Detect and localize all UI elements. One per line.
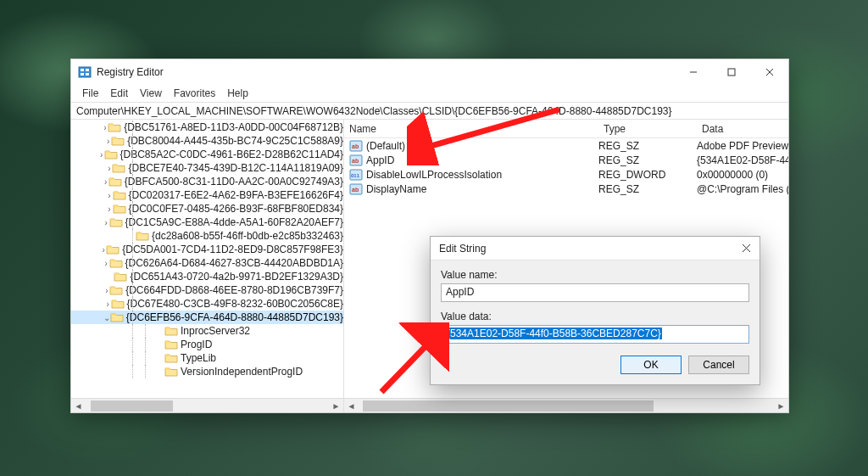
- value-data: @C:\Program Files (x: [697, 183, 788, 195]
- tree-node-label: {DC0C0FE7-0485-4266-B93F-68FBF80ED834}: [129, 203, 343, 215]
- svg-rect-1: [81, 69, 84, 71]
- address-bar[interactable]: Computer\HKEY_LOCAL_MACHINE\SOFTWARE\WOW…: [71, 102, 788, 120]
- folder-icon: [109, 284, 123, 296]
- value-name: DisplayName: [366, 183, 598, 195]
- tree-node[interactable]: ›{DBC85A2C-C0DC-4961-B6E2-D28B62C11AD4}: [71, 148, 343, 161]
- col-name[interactable]: Name: [344, 123, 598, 135]
- menubar: File Edit View Favorites Help: [71, 85, 788, 102]
- folder-icon: [108, 176, 122, 188]
- expand-icon[interactable]: ⌄: [103, 313, 110, 322]
- tree-node[interactable]: InprocServer32: [71, 324, 343, 338]
- scroll-right-icon[interactable]: ►: [329, 399, 343, 413]
- scroll-left-icon[interactable]: ◄: [71, 399, 86, 413]
- tree-pane[interactable]: ›{DBC51761-A8ED-11D3-A0DD-00C04F68712B}›…: [71, 120, 344, 412]
- tree-node[interactable]: ›{DC664FDD-D868-46EE-8780-8D196CB739F7}: [71, 283, 343, 297]
- tree-node[interactable]: ›{DBC51761-A8ED-11D3-A0DD-00C04F68712B}: [71, 120, 343, 134]
- cancel-button[interactable]: Cancel: [688, 356, 749, 374]
- tree-node[interactable]: ›{DC5DA001-7CD4-11D2-8ED9-D8C857F98FE3}: [71, 243, 343, 256]
- expand-icon[interactable]: ›: [106, 191, 112, 200]
- window-controls: [674, 59, 788, 85]
- tree-node-label: {DC5DA001-7CD4-11D2-8ED9-D8C857F98FE3}: [122, 244, 343, 255]
- tree-node-label: TypeLib: [181, 352, 216, 364]
- tree-node-label: {DC67E480-C3CB-49F8-8232-60B0C2056C8E}: [127, 298, 344, 310]
- folder-icon: [136, 230, 149, 242]
- value-name-label: Value name:: [441, 269, 749, 281]
- value-type: REG_DWORD: [598, 169, 697, 181]
- list-hscrollbar[interactable]: ◄ ►: [344, 398, 788, 412]
- tree-node[interactable]: ›{DC626A64-D684-4627-83CB-44420ABDBD1A}: [71, 256, 343, 270]
- folder-icon: [164, 352, 178, 364]
- minimize-button[interactable]: [674, 59, 712, 85]
- value-name: AppID: [366, 154, 598, 166]
- expand-icon[interactable]: ›: [106, 164, 112, 173]
- tree-node-label: {dc28a608-b55f-46ff-b0db-e2c85b332463}: [152, 230, 343, 242]
- col-type[interactable]: Type: [598, 123, 697, 135]
- tree-node[interactable]: ›{DC0C0FE7-0485-4266-B93F-68FBF80ED834}: [71, 202, 343, 216]
- tree-node[interactable]: ›{DC020317-E6E2-4A62-B9FA-B3EFE16626F4}: [71, 188, 343, 202]
- close-button[interactable]: [750, 59, 788, 85]
- tree-node-label: {DBC80044-A445-435b-BC74-9C25C1C588A9}: [127, 135, 343, 147]
- tree-node[interactable]: TypeLib: [71, 351, 343, 365]
- app-icon: [78, 65, 92, 79]
- titlebar[interactable]: Registry Editor: [71, 59, 788, 85]
- tree-node[interactable]: ⌄{DC6EFB56-9CFA-464D-8880-44885D7DC193}: [71, 311, 343, 324]
- tree-node-label: {DBFCA500-8C31-11D0-AA2C-00A0C92749A3}: [125, 176, 343, 188]
- tree-node-label: ProgID: [181, 339, 212, 350]
- menu-favorites[interactable]: Favorites: [168, 86, 221, 101]
- tree-node-label: {DC651A43-0720-4a2b-9971-BD2EF1329A3D}: [130, 271, 343, 283]
- list-row[interactable]: 011DisableLowILProcessIsolationREG_DWORD…: [344, 167, 788, 182]
- tree-node[interactable]: VersionIndependentProgID: [71, 365, 343, 378]
- svg-rect-6: [728, 69, 735, 76]
- tree-node-label: {DBC85A2C-C0DC-4961-B6E2-D28B62C11AD4}: [120, 148, 343, 160]
- expand-icon[interactable]: ›: [104, 286, 110, 295]
- tree-node[interactable]: ProgID: [71, 338, 343, 351]
- tree-node-label: VersionIndependentProgID: [181, 366, 303, 378]
- tree-hscrollbar[interactable]: ◄ ►: [71, 398, 343, 412]
- menu-file[interactable]: File: [76, 86, 104, 101]
- tree-node[interactable]: ›{DBC80044-A445-435b-BC74-9C25C1C588A9}: [71, 134, 343, 148]
- folder-icon: [112, 162, 125, 174]
- list-row[interactable]: abAppIDREG_SZ{534A1E02-D58F-44f: [344, 153, 788, 167]
- folder-icon: [104, 148, 118, 160]
- tree-node[interactable]: {DC651A43-0720-4a2b-9971-BD2EF1329A3D}: [71, 270, 343, 283]
- svg-text:ab: ab: [352, 143, 359, 149]
- scroll-left-icon[interactable]: ◄: [344, 399, 359, 413]
- folder-icon: [114, 271, 127, 283]
- list-header: Name Type Data: [344, 120, 788, 138]
- svg-text:ab: ab: [352, 187, 359, 193]
- dialog-titlebar[interactable]: Edit String: [431, 237, 760, 260]
- list-row[interactable]: ab(Default)REG_SZAdobe PDF Preview: [344, 138, 788, 153]
- window-title: Registry Editor: [97, 66, 674, 78]
- tree-node-label: InprocServer32: [181, 325, 250, 337]
- tree-node[interactable]: ›{DC67E480-C3CB-49F8-8232-60B0C2056C8E}: [71, 297, 343, 311]
- value-icon: 011: [349, 168, 363, 182]
- folder-icon: [113, 189, 126, 201]
- svg-rect-3: [81, 73, 84, 76]
- menu-edit[interactable]: Edit: [104, 86, 134, 101]
- menu-help[interactable]: Help: [221, 86, 254, 101]
- folder-icon: [110, 311, 124, 323]
- value-name-field: AppID: [441, 283, 749, 302]
- menu-view[interactable]: View: [134, 86, 168, 101]
- address-text: Computer\HKEY_LOCAL_MACHINE\SOFTWARE\WOW…: [76, 105, 672, 117]
- svg-rect-4: [86, 73, 89, 76]
- expand-icon[interactable]: ›: [105, 137, 111, 146]
- dialog-close-button[interactable]: [722, 242, 751, 255]
- tree-node[interactable]: {dc28a608-b55f-46ff-b0db-e2c85b332463}: [71, 229, 343, 243]
- col-data[interactable]: Data: [697, 123, 788, 135]
- expand-icon[interactable]: ›: [105, 300, 111, 309]
- value-name: (Default): [366, 140, 598, 152]
- scroll-right-icon[interactable]: ►: [774, 399, 788, 413]
- tree-node[interactable]: ›{DBCE7E40-7345-439D-B12C-114A11819A09}: [71, 161, 343, 175]
- expand-icon[interactable]: ›: [106, 204, 112, 214]
- folder-icon: [111, 135, 125, 147]
- folder-icon: [164, 339, 178, 350]
- list-row[interactable]: abDisplayNameREG_SZ@C:\Program Files (x: [344, 182, 788, 196]
- tree-node[interactable]: ›{DBFCA500-8C31-11D0-AA2C-00A0C92749A3}: [71, 175, 343, 188]
- dialog-title: Edit String: [439, 243, 486, 255]
- value-data-input[interactable]: {534A1E02-D58F-44f0-B58B-36CBED287C7C}: [441, 325, 749, 344]
- svg-rect-2: [86, 69, 89, 71]
- ok-button[interactable]: OK: [620, 356, 682, 374]
- tree-node[interactable]: ›{DC1C5A9C-E88A-4dde-A5A1-60F82A20AEF7}: [71, 216, 343, 229]
- maximize-button[interactable]: [712, 59, 750, 85]
